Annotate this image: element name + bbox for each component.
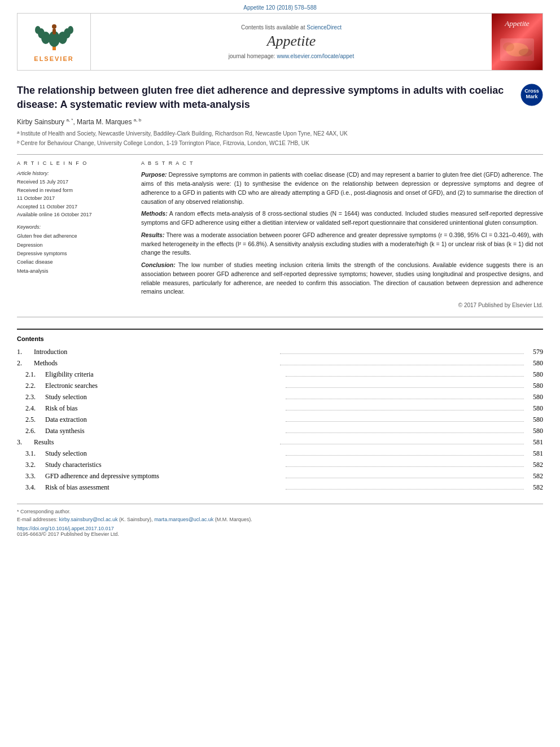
divider-1 (17, 154, 543, 155)
svg-point-13 (519, 49, 532, 56)
contents-available-line: Contents lists available at ScienceDirec… (241, 24, 342, 30)
abstract-methods: Methods: A random effects meta-analysis … (141, 209, 543, 228)
journal-center: Contents lists available at ScienceDirec… (91, 14, 492, 70)
svg-text:Cross: Cross (524, 88, 539, 94)
toc-row: 3.Results581 (17, 437, 543, 447)
toc-number: 2.3. (17, 392, 45, 402)
svg-text:Mark: Mark (526, 94, 538, 99)
copyright-line: © 2017 Published by Elsevier Ltd. (141, 302, 543, 308)
toc-page: 582 (526, 471, 543, 481)
abstract-conclusion: Conclusion: The low number of studies me… (141, 261, 543, 296)
elsevier-logo: ELSEVIER (34, 22, 73, 62)
history-available: Available online 16 October 2017 (17, 211, 130, 219)
email-label: E-mail addresses: (17, 517, 58, 522)
toc-page: 579 (526, 347, 543, 357)
toc-dots (286, 421, 524, 422)
toc-number: 1. (17, 347, 34, 357)
top-citation: Appetite 120 (2018) 578–588 (0, 0, 560, 13)
elsevier-tree-icon (34, 22, 74, 53)
toc-row: 3.3.GFD adherence and depressive symptom… (17, 471, 543, 481)
results-text: There was a moderate association between… (141, 231, 543, 256)
toc-row: 2.6.Data synthesis580 (17, 426, 543, 436)
author-kirby: Kirby Sainsbury (17, 118, 64, 126)
homepage-link[interactable]: www.elsevier.com/locate/appet (277, 53, 354, 59)
toc-number: 3.3. (17, 471, 45, 481)
toc-row: 2.5.Data extraction580 (17, 414, 543, 425)
toc-row: 2.3.Study selection580 (17, 392, 543, 402)
toc-dots (286, 433, 524, 433)
elsevier-label: ELSEVIER (34, 55, 73, 62)
abstract-heading: A B S T R A C T (141, 160, 543, 166)
affil-a-line: a Institute of Health and Society, Newca… (17, 129, 543, 138)
journal-title: Appetite (267, 33, 316, 50)
toc-page: 580 (526, 426, 543, 436)
toc-row: 3.2.Study characteristics582 (17, 460, 543, 470)
journal-cover-right: Appetite (492, 14, 542, 70)
toc-row: 2.1.Eligibility criteria580 (17, 369, 543, 379)
toc-dots (280, 365, 524, 365)
divider-2 (17, 317, 543, 317)
email2-person: (M.M. Marques). (215, 517, 252, 522)
toc-number: 2.6. (17, 426, 45, 436)
keyword-item: Gluten free diet adherence (17, 232, 130, 241)
affil-b-text: Centre for Behaviour Change, University … (20, 139, 309, 147)
results-label: Results: (141, 231, 164, 238)
contents-available-text: Contents lists available at (241, 24, 305, 30)
toc-number: 2. (17, 358, 34, 368)
citation-text: Appetite 120 (2018) 578–588 (243, 5, 317, 11)
toc-page: 582 (526, 482, 543, 492)
page: Appetite 120 (2018) 578–588 (0, 0, 560, 747)
toc-dots (286, 455, 524, 456)
history-received: Received 15 July 2017 (17, 178, 130, 186)
footer: * Corresponding author. E-mail addresses… (17, 504, 543, 537)
email1-person: (K. Sainsbury), (119, 517, 153, 522)
toc-page: 580 (526, 403, 543, 413)
toc-page: 580 (526, 369, 543, 379)
homepage-line: journal homepage: www.elsevier.com/locat… (229, 53, 354, 59)
toc-label: Data synthesis (45, 426, 283, 436)
history-received-revised-label: Received in revised form (17, 186, 130, 194)
svg-point-7 (68, 26, 73, 34)
main-content: The relationship between gluten free die… (0, 71, 560, 545)
methods-label: Methods: (141, 210, 168, 217)
doi-link[interactable]: https://doi.org/10.1016/j.appet.2017.10.… (17, 526, 114, 531)
toc-number: 2.5. (17, 414, 45, 425)
contents-title: Contents (17, 335, 543, 342)
toc-row: 2.4.Risk of bias580 (17, 403, 543, 413)
author-marta-sup: a, b (134, 117, 141, 123)
methods-text: A random effects meta-analysis of 8 cros… (141, 210, 543, 226)
affiliations: a Institute of Health and Society, Newca… (17, 129, 543, 147)
email1-link[interactable]: kirby.sainsbury@ncl.ac.uk (59, 517, 118, 522)
sciencedirect-link[interactable]: ScienceDirect (307, 24, 342, 30)
toc-row: 3.1.Study selection581 (17, 448, 543, 458)
crossmark-icon[interactable]: Cross Mark (520, 84, 543, 106)
toc-page: 580 (526, 381, 543, 391)
purpose-text: Depressive symptoms are common in patien… (141, 171, 543, 204)
toc-number: 2.2. (17, 381, 45, 391)
keyword-item: Coeliac disease (17, 258, 130, 267)
footer-email: E-mail addresses: kirby.sainsbury@ncl.ac… (17, 517, 543, 522)
abstract-col: A B S T R A C T Purpose: Depressive symp… (141, 160, 543, 308)
svg-point-12 (503, 42, 514, 51)
article-title-section: The relationship between gluten free die… (17, 79, 543, 112)
toc-row: 1.Introduction579 (17, 347, 543, 357)
abstract-results: Results: There was a moderate associatio… (141, 231, 543, 257)
toc-label: Introduction (34, 347, 278, 357)
toc-number: 2.1. (17, 369, 45, 379)
svg-point-8 (52, 24, 56, 29)
toc-dots (286, 478, 524, 478)
abstract-text: Purpose: Depressive symptoms are common … (141, 171, 543, 296)
authors: Kirby Sainsbury a, *, Marta M. Marques a… (17, 117, 543, 126)
issn-line: 0195-6663/© 2017 Published by Elsevier L… (17, 531, 543, 537)
toc-label: GFD adherence and depressive symptoms (45, 471, 283, 481)
toc-page: 581 (526, 437, 543, 447)
journal-cover-image: Appetite (492, 14, 542, 70)
email2-link[interactable]: marta.marques@ucl.ac.uk (154, 517, 213, 522)
keyword-item: Depressive symptoms (17, 250, 130, 258)
journal-left: ELSEVIER (18, 14, 91, 70)
toc-number: 3.1. (17, 448, 45, 458)
toc-dots (280, 353, 524, 354)
keywords-list: Gluten free diet adherenceDepressionDepr… (17, 232, 130, 275)
toc-row: 3.4.Risk of bias assessment582 (17, 482, 543, 492)
toc-label: Study characteristics (45, 460, 283, 470)
